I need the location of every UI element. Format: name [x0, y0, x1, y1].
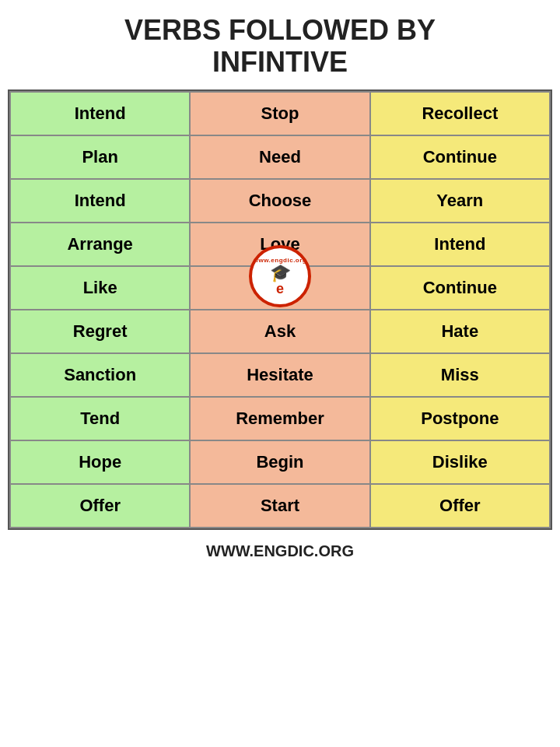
cell-col1: Intend: [10, 179, 190, 223]
cell-col3: Miss: [370, 353, 550, 397]
logo-e-letter: e: [276, 282, 284, 296]
cell-col2: Ask: [190, 310, 369, 353]
cell-col3: Yearn: [370, 179, 550, 223]
cell-col2: Hesitate: [190, 353, 369, 397]
cell-col1: Offer: [10, 484, 190, 528]
cell-col3: Dislike: [370, 440, 550, 484]
table-row: IntendStopRecollect: [10, 92, 550, 135]
table-row: HopeBeginDislike: [10, 440, 550, 484]
logo-overlay: www.engdic.org 🎓 e: [249, 245, 311, 307]
logo-circle: www.engdic.org 🎓 e: [249, 245, 311, 307]
cell-col1: Plan: [10, 135, 190, 179]
cell-col1: Intend: [10, 92, 190, 135]
cell-col2: Need: [190, 135, 369, 179]
logo-hat-icon: 🎓: [270, 265, 291, 282]
cell-col1: Sanction: [10, 353, 190, 397]
cell-col3: Postpone: [370, 397, 550, 440]
table-row: SanctionHesitateMiss: [10, 353, 550, 397]
cell-col3: Recollect: [370, 92, 550, 135]
cell-col1: Like: [10, 266, 190, 310]
verb-table-wrapper: www.engdic.org 🎓 e IntendStopRecollectPl…: [8, 89, 552, 530]
cell-col1: Regret: [10, 310, 190, 353]
cell-col2: Remember: [190, 397, 369, 440]
table-row: PlanNeedContinue: [10, 135, 550, 179]
verb-table: IntendStopRecollectPlanNeedContinueInten…: [9, 91, 551, 528]
cell-col2: Choose: [190, 179, 369, 223]
cell-col3: Continue: [370, 266, 550, 310]
cell-col3: Continue: [370, 135, 550, 179]
cell-col2: Stop: [190, 92, 369, 135]
cell-col1: Hope: [10, 440, 190, 484]
table-row: IntendChooseYearn: [10, 179, 550, 223]
table-row: RegretAskHate: [10, 310, 550, 353]
table-row: OfferStartOffer: [10, 484, 550, 528]
cell-col2: Begin: [190, 440, 369, 484]
cell-col1: Arrange: [10, 223, 190, 266]
cell-col3: Intend: [370, 223, 550, 266]
cell-col1: Tend: [10, 397, 190, 440]
cell-col3: Offer: [370, 484, 550, 528]
table-row: TendRememberPostpone: [10, 397, 550, 440]
page-title: VERBS FOLLOWED BY INFINTIVE: [124, 14, 436, 79]
cell-col3: Hate: [370, 310, 550, 353]
footer-text: WWW.ENGDIC.ORG: [206, 542, 354, 560]
cell-col2: Start: [190, 484, 369, 528]
